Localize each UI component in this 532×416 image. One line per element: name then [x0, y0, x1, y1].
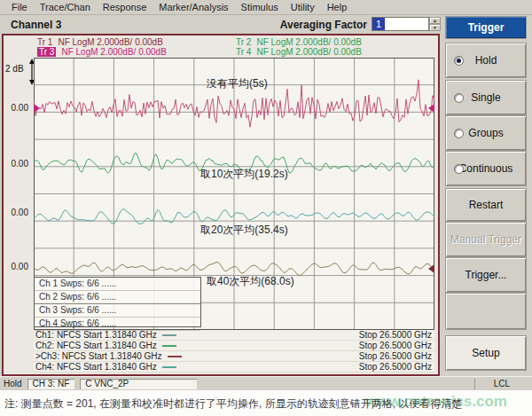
stimulus-row-ch3: >Ch3: NFCS Start 1.31840 GHzStop 26.5000… — [34, 351, 434, 362]
averaging-factor-label: Averaging Factor — [280, 19, 367, 31]
stimulus-start-label: Ch2: NFCS Start 1.31840 GHz — [35, 341, 157, 350]
trace-format-label: NF LogM 2.000dB/ 0.00dB — [58, 37, 162, 47]
status-bar: Hold CH 3: NF C VNC_2P LCL — [0, 376, 532, 390]
trace-id-badge: Tr 4 — [236, 47, 251, 57]
radio-unselected-icon — [454, 93, 464, 103]
stimulus-rows: Ch1: NFCS Start 1.31840 GHzStop 26.5000 … — [34, 330, 434, 373]
caption-text: 注: 测量点数 = 201, 在测量和校准时都进行了平均操作, 所显示的轨迹刻意… — [4, 396, 462, 412]
stimulus-stop-label: Stop 26.5000 GHz — [359, 362, 434, 372]
menu-item-help[interactable]: Help — [327, 2, 348, 12]
softkey-continuous[interactable]: Continuous — [445, 151, 527, 186]
softkey-label: Continuous — [459, 162, 513, 175]
averaging-annotation-3: 取20次平均(35.4s) — [200, 223, 288, 238]
sweep-status-box: Ch 1 Swps: 6/6 ......Ch 2 Swps: 6/6 ....… — [34, 277, 201, 327]
spinner-up-icon[interactable]: ▲ — [429, 17, 441, 24]
ref-level-label-4: 0.00 — [4, 262, 28, 271]
marker-trace4-right-icon — [428, 264, 434, 273]
trace-id-badge: Tr 3 — [37, 47, 56, 57]
stimulus-stop-label: Stop 26.5000 GHz — [359, 351, 434, 361]
softkey-trigger-title[interactable]: Trigger — [445, 16, 527, 39]
trace-format-label: NF LogM 2.000dB/ 0.00dB — [61, 47, 166, 57]
stimulus-start-label: Ch4: NFCS Start 1.31840 GHz — [35, 362, 157, 372]
softkey-single[interactable]: Single — [445, 80, 527, 115]
trace-id-badge: Tr 2 — [236, 37, 251, 47]
sweep-state-label: Hold — [4, 379, 22, 389]
spinner-down-icon[interactable]: ▼ — [429, 24, 441, 31]
sweep-count-row-ch3: Ch 3 Swps: 6/6 ...... — [35, 304, 200, 318]
stimulus-stop-label: Stop 26.5000 GHz — [359, 341, 434, 350]
stimulus-row-ch1: Ch1: NFCS Start 1.31840 GHzStop 26.5000 … — [34, 330, 434, 341]
softkey-label: Single — [471, 91, 500, 104]
stimulus-row-ch2: Ch2: NFCS Start 1.31840 GHzStop 26.5000 … — [34, 341, 434, 351]
softkey-hold[interactable]: Hold — [445, 43, 527, 78]
softkey-restart[interactable]: Restart — [445, 188, 527, 222]
caption-area: www.cntronics.com 注: 测量点数 = 201, 在测量和校准时… — [0, 390, 532, 416]
trace-color-dash-icon — [162, 334, 176, 336]
stimulus-start-label: >Ch3: NFCS Start 1.31840 GHz — [35, 351, 162, 361]
menu-bar: FileTrace/ChanResponseMarker/AnalysisSti… — [0, 0, 532, 15]
mode-cell: C VNC_2P — [80, 379, 197, 389]
radio-selected-icon — [454, 56, 464, 66]
ref-level-label-1: 0.00 — [4, 103, 28, 113]
softkey-label: Hold — [475, 54, 497, 67]
menu-item-trace-chan[interactable]: Trace/Chan — [40, 2, 90, 12]
trace-id-badge: Tr 1 — [37, 37, 52, 47]
averaging-annotation-1: 没有平均(5s) — [207, 76, 268, 91]
active-channel-label: CH 3: — [33, 379, 56, 389]
trace-format-label: NF LogM 2.000dB/ 0.00dB — [256, 47, 361, 57]
channel-bar: Channel 3 Averaging Factor 1 ▲ ▼ — [0, 16, 443, 34]
radio-unselected-icon — [454, 164, 464, 174]
averaging-factor-spinner[interactable]: ▲ ▼ — [429, 17, 441, 31]
menu-item-marker-analysis[interactable]: Marker/Analysis — [159, 2, 228, 12]
trace-color-dash-icon — [162, 345, 176, 347]
menu-item-stimulus[interactable]: Stimulus — [241, 2, 278, 12]
trace-format-label: NF LogM 2.000dB/ 0.00dB — [256, 37, 361, 47]
trace-status-tr4[interactable]: Tr 4NF LogM 2.000dB/ 0.00dB — [236, 47, 362, 57]
active-channel-cell: CH 3: NF — [27, 379, 75, 389]
softkey-groups[interactable]: Groups — [445, 115, 527, 151]
graph-area: 没有平均(5s)取10次平均(19.2s)取20次平均(35.4s)取40次平均… — [34, 58, 434, 330]
radio-unselected-icon — [454, 129, 464, 138]
trace-status-tr2[interactable]: Tr 2NF LogM 2.000dB/ 0.00dB — [236, 37, 362, 47]
softkey-label: Groups — [468, 127, 503, 139]
analyzer-display: Tr 1NF LogM 2.000dB/ 0.00dBTr 2NF LogM 2… — [2, 34, 440, 376]
averaging-annotation-2: 取10次平均(19.2s) — [200, 167, 288, 182]
ref-level-label-3: 0.00 — [4, 208, 28, 217]
softkey-setup[interactable]: Setup — [445, 335, 527, 371]
stimulus-row-ch4: Ch4: NFCS Start 1.31840 GHzStop 26.5000 … — [34, 362, 434, 373]
softkey-trigger[interactable]: Trigger... — [445, 257, 527, 293]
averaging-factor-input[interactable]: 1 — [372, 17, 429, 31]
trace-status-tr1[interactable]: Tr 1NF LogM 2.000dB/ 0.00dB — [37, 37, 163, 47]
trace-color-dash-icon — [162, 366, 176, 368]
channel-title: Channel 3 — [11, 19, 61, 31]
averaging-factor-value: 1 — [372, 18, 385, 30]
sweep-count-row-ch4: Ch 4 Swps: 6/6 ...... — [35, 318, 200, 331]
menu-item-utility[interactable]: Utility — [291, 2, 315, 12]
stimulus-start-label: Ch1: NFCS Start 1.31840 GHz — [35, 330, 157, 340]
ref-level-label-2: 0.00 — [4, 159, 28, 169]
menu-item-response[interactable]: Response — [103, 2, 147, 12]
averaging-annotation-4: 取40次平均(68.0s) — [207, 274, 294, 289]
active-trace-label: NF — [58, 379, 69, 389]
lcl-indicator: LCL — [474, 379, 528, 389]
trace-color-dash-icon — [168, 356, 182, 357]
stimulus-stop-label: Stop 26.5000 GHz — [359, 330, 434, 340]
trace-status-tr3[interactable]: Tr 3NF LogM 2.000dB/ 0.00dB — [37, 47, 167, 57]
sweep-count-row-ch2: Ch 2 Swps: 6/6 ...... — [35, 291, 200, 304]
softkey-manual-trigger: Manual Trigger — [445, 222, 527, 257]
sweep-count-row-ch1: Ch 1 Swps: 6/6 ...... — [35, 278, 200, 291]
menu-item-file[interactable]: File — [12, 2, 27, 12]
softkey-blank[interactable] — [445, 293, 527, 330]
scale-per-div-label: 2 dB — [5, 64, 24, 74]
